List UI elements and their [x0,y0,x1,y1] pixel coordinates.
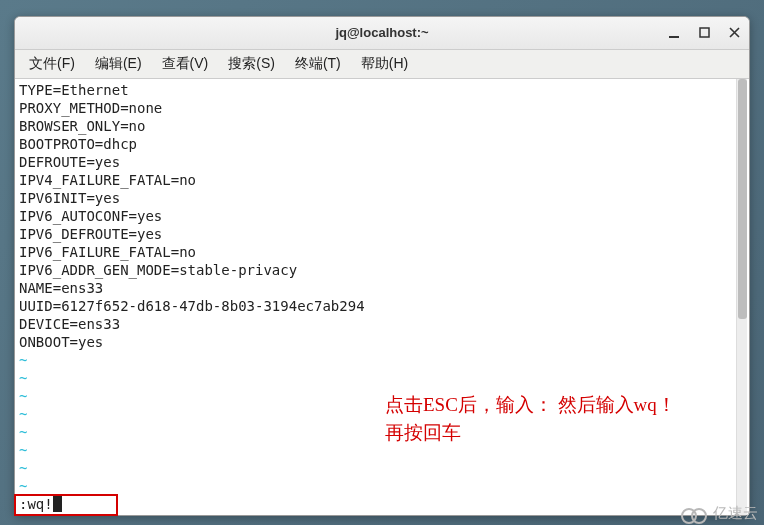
config-line: DEFROUTE=yes [19,153,745,171]
config-line: DEVICE=ens33 [19,315,745,333]
menu-edit[interactable]: 编辑(E) [87,52,150,76]
vim-tilde: ~ [19,423,745,441]
scroll-thumb[interactable] [738,79,747,319]
vim-tilde: ~ [19,441,745,459]
vim-tilde: ~ [19,459,745,477]
vim-tilde: ~ [19,405,745,423]
minimize-button[interactable] [665,24,683,42]
config-line: IPV6_ADDR_GEN_MODE=stable-privacy [19,261,745,279]
vim-tilde: ~ [19,369,745,387]
menu-terminal[interactable]: 终端(T) [287,52,349,76]
scrollbar[interactable] [736,79,747,515]
config-line: IPV6INIT=yes [19,189,745,207]
maximize-button[interactable] [695,24,713,42]
config-line: BOOTPROTO=dhcp [19,135,745,153]
config-line: UUID=6127f652-d618-47db-8b03-3194ec7ab29… [19,297,745,315]
window-controls [665,24,743,42]
vim-tilde: ~ [19,477,745,495]
config-line: IPV6_AUTOCONF=yes [19,207,745,225]
config-line: IPV6_FAILURE_FATAL=no [19,243,745,261]
titlebar: jq@localhost:~ [15,17,749,50]
cursor-icon [53,496,62,512]
vim-tilde: ~ [19,387,745,405]
config-line: IPV6_DEFROUTE=yes [19,225,745,243]
svg-rect-1 [700,28,709,37]
window-title: jq@localhost:~ [335,25,428,40]
menu-search[interactable]: 搜索(S) [220,52,283,76]
terminal-window: jq@localhost:~ 文件(F) 编辑(E) 查看(V) 搜索(S) 终… [14,16,750,516]
vim-command-line[interactable]: :wq! [19,495,745,513]
terminal-area[interactable]: TYPE=Ethernet PROXY_METHOD=none BROWSER_… [15,79,749,515]
menubar: 文件(F) 编辑(E) 查看(V) 搜索(S) 终端(T) 帮助(H) [15,50,749,79]
svg-rect-0 [669,36,679,38]
config-line: IPV4_FAILURE_FATAL=no [19,171,745,189]
config-line: BROWSER_ONLY=no [19,117,745,135]
config-line: PROXY_METHOD=none [19,99,745,117]
close-button[interactable] [725,24,743,42]
vim-tilde: ~ [19,351,745,369]
config-line: NAME=ens33 [19,279,745,297]
menu-file[interactable]: 文件(F) [21,52,83,76]
config-line: TYPE=Ethernet [19,81,745,99]
menu-view[interactable]: 查看(V) [154,52,217,76]
menu-help[interactable]: 帮助(H) [353,52,416,76]
config-line: ONBOOT=yes [19,333,745,351]
